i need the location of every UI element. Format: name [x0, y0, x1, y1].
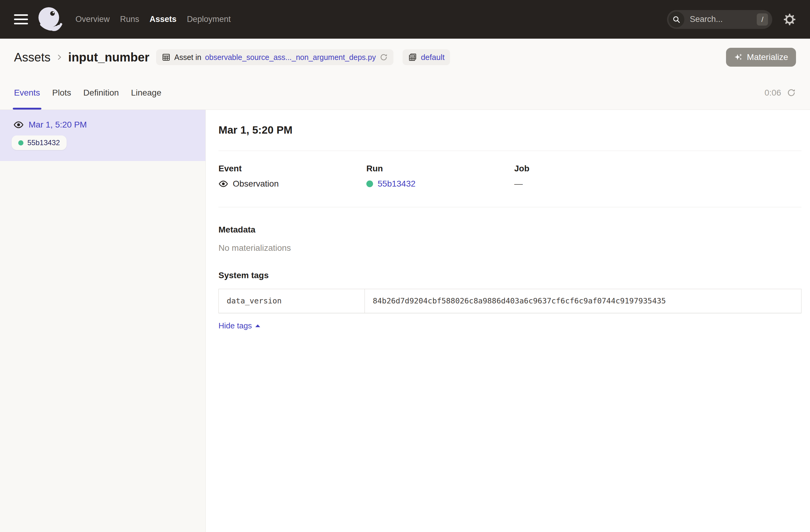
hide-tags-label: Hide tags [218, 321, 252, 331]
run-id-link[interactable]: 55b13432 [378, 179, 416, 189]
breadcrumb-assets-link[interactable]: Assets [14, 50, 50, 64]
code-location-label: default [421, 53, 444, 62]
nav-item-deployment[interactable]: Deployment [187, 15, 231, 24]
table-grid-icon [162, 53, 171, 62]
run-id-badge[interactable]: 55b13432 [12, 135, 67, 150]
primary-nav: Overview Runs Assets Deployment [76, 15, 231, 24]
search-box[interactable]: / [667, 10, 772, 29]
event-summary-columns: Event Observation Run 55b13432 Job [218, 164, 801, 189]
hamburger-menu-icon[interactable] [14, 14, 28, 25]
settings-button[interactable] [783, 13, 796, 26]
breadcrumb-current-asset: input_number [68, 50, 149, 64]
search-input[interactable] [689, 14, 752, 25]
materialize-button-label: Materialize [747, 52, 788, 62]
eye-icon [218, 179, 228, 189]
asset-chip-prefix: Asset in [174, 53, 201, 62]
metadata-empty-text: No materializations [218, 243, 801, 253]
nav-item-runs[interactable]: Runs [120, 15, 139, 24]
divider [218, 207, 801, 207]
asset-header-row: Assets input_number Asset in observable_… [0, 39, 810, 76]
system-tags-table: data_version 84b26d7d9204cbf588026c8a988… [218, 289, 801, 313]
asset-tabs-row: Events Plots Definition Lineage 0:06 [0, 76, 810, 110]
chevron-right-icon [55, 53, 63, 61]
asset-source-file-link[interactable]: observable_source_ass..._non_argument_de… [205, 53, 376, 62]
run-status-dot [18, 140, 23, 145]
nav-item-overview[interactable]: Overview [76, 15, 110, 24]
caret-up-icon [255, 324, 260, 327]
tab-lineage[interactable]: Lineage [131, 76, 162, 110]
event-detail-title: Mar 1, 5:20 PM [218, 124, 801, 136]
search-shortcut-key: / [757, 13, 768, 26]
job-column: Job — [514, 164, 662, 189]
tab-definition[interactable]: Definition [83, 76, 119, 110]
event-detail-panel: Mar 1, 5:20 PM Event Observation Run 55b… [206, 110, 810, 532]
hide-tags-link[interactable]: Hide tags [218, 321, 260, 331]
refresh-icon[interactable] [787, 88, 796, 97]
metadata-heading: Metadata [218, 225, 801, 235]
divider [218, 151, 801, 151]
job-column-label: Job [514, 164, 662, 174]
search-icon [668, 12, 684, 27]
run-id-badge-label: 55b13432 [27, 139, 60, 147]
event-list-item[interactable]: Mar 1, 5:20 PM 55b13432 [0, 110, 205, 161]
events-sidebar: Mar 1, 5:20 PM 55b13432 [0, 110, 206, 532]
top-navbar: Overview Runs Assets Deployment / [0, 0, 810, 39]
event-timestamp: Mar 1, 5:20 PM [29, 120, 87, 130]
tag-key-cell: data_version [219, 289, 365, 313]
event-column-label: Event [218, 164, 366, 174]
eye-icon [13, 119, 24, 130]
breadcrumb: Assets input_number [14, 50, 149, 64]
run-column-label: Run [366, 164, 514, 174]
event-item-header: Mar 1, 5:20 PM [13, 119, 193, 130]
tab-plots[interactable]: Plots [52, 76, 71, 110]
run-column: Run 55b13432 [366, 164, 514, 189]
refresh-timer: 0:06 [765, 88, 781, 98]
reload-definition-icon[interactable] [379, 53, 388, 62]
sparkles-icon [734, 53, 743, 62]
nav-item-assets[interactable]: Assets [150, 15, 177, 24]
event-column: Event Observation [218, 164, 366, 189]
dagster-logo-icon[interactable] [36, 6, 63, 33]
system-tags-heading: System tags [218, 271, 801, 280]
event-type-value: Observation [233, 179, 279, 189]
materialize-button[interactable]: Materialize [726, 48, 796, 67]
job-empty-value: — [514, 179, 523, 189]
refresh-area: 0:06 [765, 88, 796, 98]
asset-definition-chip: Asset in observable_source_ass..._non_ar… [156, 49, 393, 65]
tab-events[interactable]: Events [14, 76, 40, 110]
run-status-dot [366, 180, 373, 187]
gear-icon [783, 13, 796, 26]
stacked-grid-icon [408, 53, 417, 62]
content-area: Mar 1, 5:20 PM 55b13432 Mar 1, 5:20 PM E… [0, 110, 810, 532]
tag-value-cell: 84b26d7d9204cbf588026c8a9886d403a6c9637c… [365, 289, 801, 313]
code-location-chip[interactable]: default [403, 49, 450, 65]
